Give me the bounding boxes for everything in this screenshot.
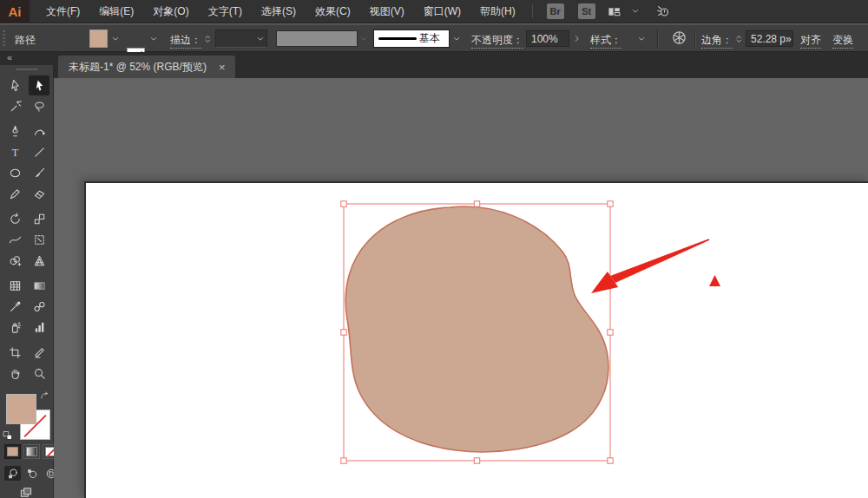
selected-shape[interactable] (345, 206, 608, 452)
chevron-down-icon[interactable] (630, 6, 641, 16)
menubar-divider (532, 4, 533, 18)
tool-type[interactable]: T (4, 142, 25, 162)
tool-blend[interactable] (29, 297, 49, 317)
tool-column-graph[interactable] (29, 318, 49, 337)
document-tab[interactable]: 未标题-1* @ 52% (RGB/预览) × (58, 56, 235, 78)
stroke-weight-select[interactable] (215, 29, 267, 48)
transform-panel-link[interactable]: 变换 (832, 33, 853, 49)
tool-shape-builder[interactable] (4, 251, 25, 271)
draw-normal-button[interactable] (4, 466, 21, 481)
tools-grid: T (0, 75, 53, 383)
menu-file[interactable]: 文件(F) (36, 0, 89, 23)
tool-mesh[interactable] (4, 276, 25, 296)
tool-gradient[interactable] (29, 276, 49, 296)
selection-handle[interactable] (341, 458, 346, 463)
stroke-chevron-icon[interactable] (148, 29, 160, 48)
recolor-artwork-icon[interactable] (671, 29, 687, 46)
annotation-arrow (591, 239, 709, 293)
stroke-panel-link[interactable]: 描边： (170, 33, 201, 49)
color-button[interactable] (4, 444, 21, 459)
tool-width[interactable] (4, 230, 25, 250)
svg-text:T: T (11, 147, 18, 159)
tool-ellipse[interactable] (4, 163, 25, 183)
menu-select[interactable]: 选择(S) (252, 0, 306, 23)
tool-rotate[interactable] (4, 209, 25, 229)
bridge-button[interactable]: Br (547, 3, 564, 19)
tool-slice[interactable] (29, 343, 49, 363)
tool-selection[interactable] (4, 75, 25, 95)
stock-button[interactable]: St (578, 3, 595, 19)
menu-edit[interactable]: 编辑(E) (89, 0, 143, 23)
gradient-button[interactable] (23, 444, 40, 459)
tool-eyedropper[interactable] (4, 297, 25, 317)
width-profile-chevron-icon[interactable] (358, 29, 370, 48)
app-logo: Ai (0, 0, 30, 23)
tool-artboard[interactable] (4, 343, 25, 363)
opacity-panel-link[interactable]: 不透明度： (471, 33, 523, 49)
tool-panel-grip[interactable] (16, 69, 38, 70)
tool-hand[interactable] (4, 364, 25, 383)
menu-bar: Ai 文件(F)编辑(E)对象(O)文字(T)选择(S)效果(C)视图(V)窗口… (0, 0, 868, 23)
illustrator-window: Ai 文件(F)编辑(E)对象(O)文字(T)选择(S)效果(C)视图(V)窗口… (0, 0, 868, 498)
document-tab-bar: 未标题-1* @ 52% (RGB/预览) × (54, 52, 868, 78)
menu-window[interactable]: 窗口(W) (414, 0, 470, 23)
corner-input[interactable]: 52.28 p» (746, 30, 793, 47)
tool-direct-selection[interactable] (29, 75, 49, 95)
swap-fill-stroke-icon[interactable] (39, 390, 50, 404)
tool-line-segment[interactable] (29, 142, 49, 162)
opacity-input[interactable]: 100% (526, 30, 569, 47)
stroke-weight-stepper[interactable] (202, 29, 214, 48)
brush-name: 基本 (419, 31, 440, 46)
corner-stepper[interactable] (733, 29, 745, 48)
menu-view[interactable]: 视图(V) (360, 0, 414, 23)
default-fill-stroke-icon[interactable] (3, 430, 13, 443)
tool-paintbrush[interactable] (29, 163, 49, 183)
selection-handle[interactable] (608, 458, 613, 463)
tab-close-icon[interactable]: × (219, 61, 226, 74)
corner-panel-link[interactable]: 边角： (701, 33, 733, 49)
canvas-area[interactable] (54, 78, 868, 498)
tool-pen[interactable] (4, 121, 25, 141)
selection-handle[interactable] (341, 201, 346, 206)
menu-object[interactable]: 对象(O) (143, 0, 198, 23)
opacity-expander-icon[interactable] (570, 29, 582, 48)
selection-handle[interactable] (474, 201, 479, 206)
fill-color-swatch[interactable] (89, 29, 108, 48)
tool-curvature[interactable] (29, 121, 49, 141)
tool-perspective-grid[interactable] (29, 251, 49, 271)
tool-magic-wand[interactable] (4, 96, 25, 116)
app-logo-text: Ai (9, 4, 22, 19)
canvas-overlay (54, 78, 868, 498)
tool-eraser[interactable] (29, 184, 49, 204)
style-chevron-icon[interactable] (635, 29, 648, 48)
control-bar-grip[interactable] (3, 30, 5, 48)
tool-lasso[interactable] (29, 96, 49, 116)
screen-mode-button[interactable] (17, 486, 35, 498)
cs-live-icon[interactable] (655, 4, 670, 18)
menu-type[interactable]: 文字(T) (199, 0, 252, 23)
selection-handle[interactable] (474, 458, 479, 463)
annotation-triangle (709, 275, 720, 286)
tool-symbol-sprayer[interactable] (4, 318, 25, 337)
selection-handle[interactable] (608, 201, 613, 206)
selection-handle[interactable] (341, 330, 346, 335)
brush-chevron-icon[interactable] (450, 29, 463, 48)
width-profile-select[interactable] (276, 30, 358, 47)
menu-effect[interactable]: 效果(C) (306, 0, 360, 23)
tool-panel: « T (0, 52, 54, 498)
align-panel-link[interactable]: 对齐 (800, 33, 821, 49)
menu-items: 文件(F)编辑(E)对象(O)文字(T)选择(S)效果(C)视图(V)窗口(W)… (36, 0, 525, 23)
tool-zoom[interactable] (29, 364, 49, 383)
brush-definition-select[interactable]: 基本 (373, 29, 450, 48)
fill-indicator-swatch[interactable] (6, 394, 36, 424)
tool-pencil[interactable] (4, 184, 25, 204)
style-panel-link[interactable]: 样式： (590, 33, 621, 49)
tool-free-transform[interactable] (29, 230, 49, 250)
tool-scale[interactable] (29, 209, 49, 229)
draw-behind-button[interactable] (23, 466, 40, 481)
tool-panel-collapse[interactable]: « (0, 52, 53, 65)
selection-handle[interactable] (608, 330, 613, 335)
fill-chevron-icon[interactable] (109, 29, 122, 48)
workspace-switcher-icon[interactable] (607, 5, 621, 18)
menu-help[interactable]: 帮助(H) (470, 0, 525, 23)
